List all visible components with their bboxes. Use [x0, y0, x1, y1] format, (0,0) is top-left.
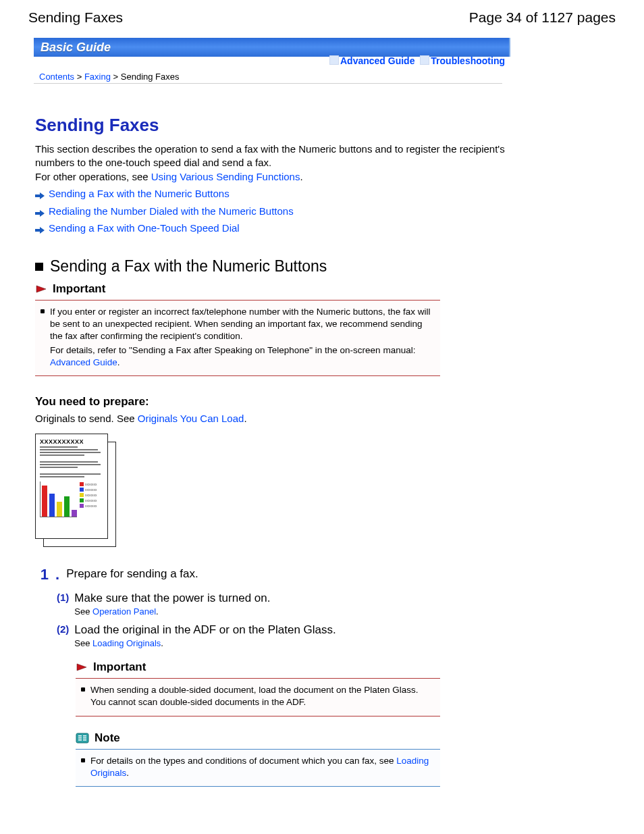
important-icon: [76, 662, 88, 672]
intro-paragraph: This section describes the operation to …: [35, 142, 508, 170]
svg-rect-8: [76, 733, 88, 743]
step-number-1: 1: [35, 566, 49, 583]
arrow-right-icon: [35, 189, 45, 204]
breadcrumb-faxing[interactable]: Faxing: [84, 72, 111, 82]
svg-marker-3: [40, 210, 45, 217]
see-after: .: [156, 606, 159, 617]
link-one-touch[interactable]: Sending a Fax with One-Touch Speed Dial: [49, 221, 240, 236]
advanced-guide-inline-link[interactable]: Advanced Guide: [50, 357, 117, 367]
square-icon: [420, 55, 429, 65]
substep-1-number: (1): [57, 592, 69, 617]
link-sending-numeric[interactable]: Sending a Fax with the Numeric Buttons: [49, 186, 230, 201]
using-various-sending-link[interactable]: Using Various Sending Functions: [151, 171, 300, 182]
illus-title: XXXXXXXXXX: [40, 438, 103, 445]
bullet-icon: [41, 309, 45, 313]
document-illustration: XXXXXXXXXX xxxxxxx xxxxxxx: [35, 434, 508, 547]
breadcrumb-contents[interactable]: Contents: [39, 72, 74, 82]
doc-title: Sending Faxes: [28, 9, 123, 26]
see-after-2: .: [161, 638, 163, 648]
prepare-text: Originals to send. See Originals You Can…: [35, 413, 508, 424]
loading-originals-link[interactable]: Loading Originals: [92, 638, 161, 648]
square-bullet-icon: [35, 263, 43, 271]
bullet-icon: [81, 758, 85, 762]
important2-text: When sending a double-sided document, lo…: [90, 684, 435, 708]
important-label-2: Important: [93, 660, 146, 674]
note-callout: For details on the types and conditions …: [76, 749, 440, 787]
important-callout: If you enter or register an incorrect fa…: [35, 300, 440, 376]
breadcrumb-current: Sending Faxes: [121, 72, 180, 82]
svg-rect-13: [83, 737, 86, 739]
see-prefix-2: See: [74, 638, 92, 648]
banner-links: Advanced Guide Troubleshooting: [329, 55, 505, 66]
originals-you-can-load-link[interactable]: Originals You Can Load: [138, 413, 244, 424]
svg-marker-7: [77, 664, 86, 671]
prepare-after: .: [244, 413, 246, 424]
note-text-after: .: [126, 768, 129, 778]
svg-rect-12: [83, 735, 86, 737]
page-counter: Page 34 of 1127 pages: [469, 9, 616, 26]
banner-title: Basic Guide: [41, 41, 111, 55]
prepare-before: Originals to send. See: [35, 413, 138, 424]
section-heading: Sending a Fax with the Numeric Buttons: [50, 257, 327, 276]
page-heading: Sending Faxes: [35, 115, 508, 136]
operation-panel-link[interactable]: Operation Panel: [92, 606, 156, 617]
svg-marker-6: [36, 286, 46, 292]
bullet-icon: [81, 687, 85, 692]
substep-2-number: (2): [57, 623, 69, 648]
guide-banner: Basic Guide Advanced Guide Troubleshooti…: [34, 38, 510, 57]
substep-2-text: Load the original in the ADF or on the P…: [74, 623, 336, 637]
svg-rect-9: [78, 735, 82, 737]
important-after: .: [117, 357, 120, 367]
step-1-text: Prepare for sending a fax.: [66, 566, 198, 583]
svg-marker-5: [40, 227, 45, 234]
arrow-right-icon: [35, 224, 45, 238]
important-text-2: For details, refer to "Sending a Fax aft…: [50, 344, 435, 357]
svg-rect-10: [78, 737, 82, 739]
svg-rect-2: [35, 212, 40, 215]
prepare-heading: You need to prepare:: [35, 395, 508, 409]
important-label: Important: [53, 282, 105, 296]
note-icon: [76, 733, 89, 744]
link-redialing[interactable]: Redialing the Number Dialed with the Num…: [49, 204, 294, 219]
svg-rect-4: [35, 229, 40, 232]
intro-other-ops: For other operations, see Using Various …: [35, 170, 508, 184]
important-icon: [35, 284, 47, 294]
note-label: Note: [95, 731, 120, 745]
substep-1-text: Make sure that the power is turned on.: [74, 592, 270, 605]
advanced-guide-link[interactable]: Advanced Guide: [340, 55, 414, 66]
svg-marker-1: [40, 192, 45, 199]
square-icon: [329, 55, 339, 65]
intro2-after: .: [300, 171, 302, 182]
note-text-before: For details on the types and conditions …: [90, 756, 396, 766]
important-callout-2: When sending a double-sided document, lo…: [76, 678, 440, 716]
svg-rect-14: [83, 739, 86, 741]
svg-rect-11: [78, 739, 82, 741]
svg-rect-0: [35, 194, 40, 197]
troubleshooting-link[interactable]: Troubleshooting: [431, 55, 505, 66]
intro2-text: For other operations, see: [35, 171, 151, 182]
arrow-right-icon: [35, 207, 45, 221]
important-text-1: If you enter or register an incorrect fa…: [50, 306, 435, 343]
see-prefix: See: [74, 606, 92, 617]
